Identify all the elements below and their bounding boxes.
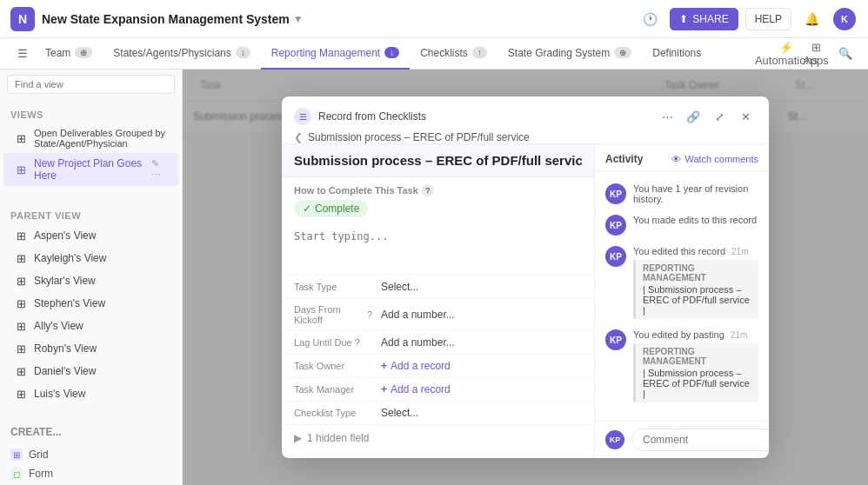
modal-close-button[interactable]: ✕ xyxy=(734,105,757,128)
tab-state-grading[interactable]: State Grading System ⊕ xyxy=(497,38,642,70)
sidebar-parent-view-header: PARENT VIEW xyxy=(0,207,182,224)
subnav: ☰ Team ⊕ States/Agents/Physicians ↓ Repo… xyxy=(0,38,868,70)
topbar-caret-icon[interactable]: ▼ xyxy=(293,13,304,25)
grid-icon-robyn: ⊞ xyxy=(14,342,28,355)
checklist-type-select[interactable]: Select... xyxy=(381,407,582,419)
days-from-kickoff-input[interactable]: Add a number... xyxy=(381,309,582,321)
task-owner-add-button[interactable]: Add a record xyxy=(381,360,451,372)
modal-body: How to Complete This Task ? Complete xyxy=(282,144,769,458)
avatar-2: KP xyxy=(605,246,626,267)
checklist-type-label: Checklist Type xyxy=(294,408,372,418)
activity-quote-2: REPORTING MANAGEMENT | Submission proces… xyxy=(633,260,758,319)
avatar-0: KP xyxy=(605,183,626,204)
main-layout: VIEWS ⊞ Open Deliverables Grouped by Sta… xyxy=(0,70,868,485)
comment-input[interactable] xyxy=(631,429,769,451)
grid-icon-ally: ⊞ xyxy=(14,319,28,333)
tab-team[interactable]: Team ⊕ xyxy=(35,38,103,70)
activity-list: KP You have 1 year of revision history. … xyxy=(595,171,769,421)
activity-header: Activity 👁 Watch comments xyxy=(595,144,769,171)
task-manager-value[interactable]: Add a record xyxy=(381,383,582,395)
sidebar-item-aspen-view[interactable]: ⊞ Aspen's View xyxy=(3,224,178,247)
modal-more-button[interactable]: ⋯ xyxy=(656,105,678,128)
modal-expand-button[interactable]: ⤢ xyxy=(708,105,731,128)
apps-button[interactable]: ⊞ Apps xyxy=(804,42,828,66)
hidden-fields-label: 1 hidden field xyxy=(307,432,369,444)
comment-avatar: KP xyxy=(605,430,624,449)
grid-icon-luis: ⊞ xyxy=(14,387,28,401)
topbar-actions: 🕐 ⬆ SHARE HELP 🔔 K xyxy=(637,6,858,32)
subnav-right: ⚡ Automations ⊞ Apps 🔍 xyxy=(774,42,858,66)
sidebar-create-section: CREATE... xyxy=(0,419,182,445)
tab-checklists[interactable]: Checklists ↑ xyxy=(410,38,497,70)
days-info-icon[interactable]: ? xyxy=(367,309,372,320)
create-grid[interactable]: ⊞ Grid xyxy=(0,445,182,464)
how-to-complete-textarea[interactable] xyxy=(294,230,582,265)
topbar: N New State Expansion Management System … xyxy=(0,0,868,38)
sidebar-item-open-deliverables[interactable]: ⊞ Open Deliverables Grouped by State/Age… xyxy=(3,123,178,153)
activity-content-2: You edited this record 21m REPORTING MAN… xyxy=(633,246,758,319)
modal-title: Submission process – EREC of PDF/full se… xyxy=(308,131,530,143)
automations-button[interactable]: ⚡ Automations xyxy=(774,42,798,66)
sidebar-item-skylar-view[interactable]: ⊞ Skylar's View xyxy=(3,269,178,292)
complete-badge: Complete xyxy=(294,200,368,217)
grid-create-icon: ⊞ xyxy=(10,448,23,461)
activity-item-0: KP You have 1 year of revision history. xyxy=(595,178,769,209)
search-button[interactable]: 🔍 xyxy=(833,42,858,66)
create-form[interactable]: ◻ Form xyxy=(0,464,182,483)
lag-info-icon[interactable]: ? xyxy=(355,337,360,348)
grid-icon-daniel: ⊞ xyxy=(14,364,28,378)
find-view-input[interactable] xyxy=(7,75,175,94)
share-icon: ⬆ xyxy=(679,13,688,25)
notification-icon-button[interactable]: 🔔 xyxy=(798,6,825,32)
tab-reporting-management[interactable]: Reporting Management ↓ xyxy=(261,38,410,70)
how-to-complete-label: How to Complete This Task ? xyxy=(294,184,582,196)
help-button[interactable]: HELP xyxy=(745,8,791,30)
sidebar-item-new-project-plan[interactable]: ⊞ New Project Plan Goes Here ✎ ⋯ xyxy=(3,153,178,186)
tab-states-agents[interactable]: States/Agents/Physicians ↓ xyxy=(103,38,260,70)
activity-item-3: KP You edited by pasting 21m REPORTING M… xyxy=(595,324,769,408)
modal-actions: ⋯ 🔗 ⤢ ✕ xyxy=(656,105,757,128)
avatar-3: KP xyxy=(605,329,626,350)
sidebar-item-robyn-view[interactable]: ⊞ Robyn's View xyxy=(3,337,178,360)
sidebar-create-items: ⊞ Grid ◻ Form ▦ Calendar ⊟ Gallery ☰ Kan… xyxy=(0,445,182,485)
record-title-input[interactable] xyxy=(282,144,594,177)
sidebar-parent-view-section: PARENT VIEW ⊞ Aspen's View ⊞ Kayleigh's … xyxy=(0,200,182,412)
watch-comments-button[interactable]: 👁 Watch comments xyxy=(671,154,758,164)
checklist-type-row: Checklist Type Select... xyxy=(282,402,594,425)
modal-link-button[interactable]: 🔗 xyxy=(682,105,704,128)
app-title-text: New State Expansion Management System xyxy=(42,12,290,26)
task-type-select[interactable]: Select... xyxy=(381,281,582,293)
history-icon-button[interactable]: 🕐 xyxy=(637,6,663,32)
task-owner-value[interactable]: Add a record xyxy=(381,360,582,372)
task-manager-add-button[interactable]: Add a record xyxy=(381,383,451,395)
sidebar-toggle-button[interactable]: ☰ xyxy=(10,42,35,66)
sidebar-item-luis-view[interactable]: ⊞ Luis's View xyxy=(3,382,178,405)
modal-activity-pane: Activity 👁 Watch comments KP xyxy=(595,144,769,458)
sidebar-search-area xyxy=(0,70,182,99)
how-to-complete-info-icon[interactable]: ? xyxy=(422,184,434,196)
sidebar-item-daniel-view[interactable]: ⊞ Daniel's View xyxy=(3,360,178,382)
sidebar: VIEWS ⊞ Open Deliverables Grouped by Sta… xyxy=(0,70,183,485)
activity-item-1: KP You made edits to this record xyxy=(595,209,769,241)
task-owner-label: Task Owner xyxy=(294,361,372,371)
app-logo: N xyxy=(10,7,35,31)
tab-definitions[interactable]: Definitions xyxy=(642,38,711,70)
task-type-row: Task Type Select... xyxy=(282,276,594,299)
hidden-fields-row[interactable]: ▶ 1 hidden field xyxy=(282,425,594,451)
sidebar-item-kayleigh-view[interactable]: ⊞ Kayleigh's View xyxy=(3,247,178,269)
sidebar-item-stephen-view[interactable]: ⊞ Stephen's View xyxy=(3,292,178,315)
grid-icon-stephen: ⊞ xyxy=(14,296,28,310)
activity-content-1: You made edits to this record xyxy=(633,215,758,236)
activity-title: Activity xyxy=(605,153,643,165)
modal-chevron-icon[interactable]: ❮ xyxy=(294,131,303,143)
expand-hidden-icon: ▶ xyxy=(294,432,302,444)
sidebar-item-ally-view[interactable]: ⊞ Ally's View xyxy=(3,315,178,337)
share-button[interactable]: ⬆ SHARE xyxy=(670,8,738,30)
sidebar-views-header: VIEWS xyxy=(0,106,182,123)
lag-until-due-row: Lag Until Due ? Add a number... xyxy=(282,331,594,355)
user-avatar-button[interactable]: K xyxy=(831,6,858,32)
avatar-1: KP xyxy=(605,215,626,236)
eye-icon: 👁 xyxy=(671,154,681,164)
lag-until-due-input[interactable]: Add a number... xyxy=(381,336,582,349)
modal-breadcrumb: Record from Checklists xyxy=(318,110,649,123)
